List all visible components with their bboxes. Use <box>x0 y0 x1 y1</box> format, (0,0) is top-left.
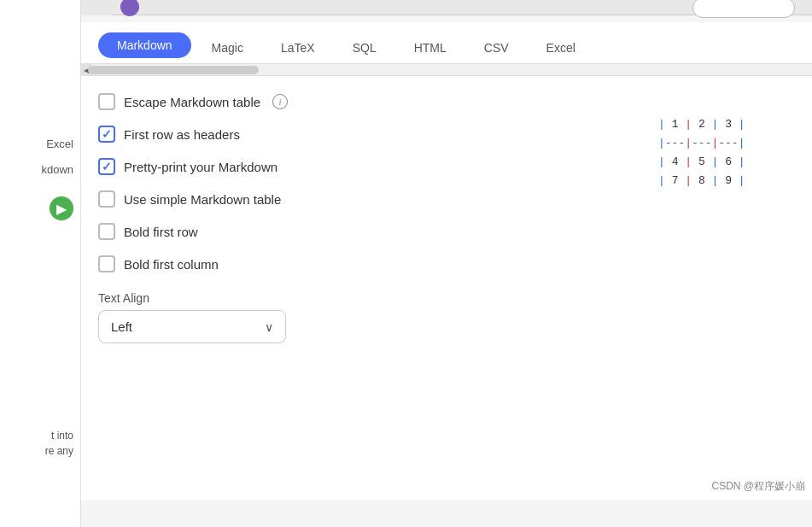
simple-table-row[interactable]: Use simple Markdown table <box>98 190 633 208</box>
watermark: CSDN @程序媛小崩 <box>711 479 805 494</box>
bold-first-column-row[interactable]: Bold first column <box>98 255 633 272</box>
escape-markdown-label: Escape Markdown table <box>124 95 260 109</box>
chevron-down-icon: ∨ <box>265 320 273 334</box>
info-icon[interactable]: i <box>272 94 288 109</box>
text-align-value: Left <box>111 319 132 334</box>
sidebar: Excel kdown ▶ t into re any <box>0 0 81 527</box>
top-bar <box>81 0 812 15</box>
first-row-headers-row[interactable]: First row as headers <box>98 126 633 143</box>
tab-latex[interactable]: LaTeX <box>264 34 332 61</box>
panel: Markdown Magic LaTeX SQL HTML CSV Excel … <box>81 22 812 501</box>
pretty-print-row[interactable]: Pretty-print your Markdown <box>98 158 633 175</box>
pretty-print-label: Pretty-print your Markdown <box>124 160 277 174</box>
text-align-dropdown[interactable]: Left ∨ <box>98 310 286 343</box>
text-align-label: Text Align <box>98 291 633 305</box>
tab-bar: Markdown Magic LaTeX SQL HTML CSV Excel <box>81 22 812 64</box>
scrollbar-row: ◀ <box>81 64 812 76</box>
escape-markdown-checkbox[interactable] <box>98 93 115 110</box>
tab-excel[interactable]: Excel <box>529 34 593 61</box>
panel-body: Escape Markdown table i First row as hea… <box>81 76 812 360</box>
scrollbar-thumb[interactable] <box>88 66 259 74</box>
sidebar-kdown-label: kdown <box>41 162 73 178</box>
bold-first-row-label: Bold first row <box>124 225 198 239</box>
options-column: Escape Markdown table i First row as hea… <box>98 93 633 343</box>
simple-table-label: Use simple Markdown table <box>124 192 281 207</box>
bold-first-column-checkbox[interactable] <box>98 255 115 272</box>
sidebar-green-button[interactable]: ▶ <box>50 196 73 220</box>
main-content: Markdown Magic LaTeX SQL HTML CSV Excel … <box>81 0 812 527</box>
bold-first-row-checkbox[interactable] <box>98 223 115 240</box>
preview-column: | 1 | 2 | 3 | |---|---|---| | 4 | 5 | 6 … <box>658 93 795 343</box>
tab-html[interactable]: HTML <box>397 34 464 61</box>
pretty-print-checkbox[interactable] <box>98 158 115 175</box>
preview-table: | 1 | 2 | 3 | |---|---|---| | 4 | 5 | 6 … <box>658 97 795 210</box>
tab-magic[interactable]: Magic <box>195 34 260 61</box>
bold-first-row-row[interactable]: Bold first row <box>98 223 633 240</box>
tab-csv[interactable]: CSV <box>467 34 526 61</box>
bold-first-column-label: Bold first column <box>124 257 219 272</box>
simple-table-checkbox[interactable] <box>98 190 115 208</box>
first-row-headers-label: First row as headers <box>124 127 240 142</box>
tab-sql[interactable]: SQL <box>336 34 394 61</box>
sidebar-excel-label: Excel <box>46 137 73 152</box>
text-align-section: Text Align Left ∨ <box>98 291 633 343</box>
escape-markdown-row[interactable]: Escape Markdown table i <box>98 93 633 110</box>
tab-markdown[interactable]: Markdown <box>98 32 191 58</box>
sidebar-bottom-text: t into re any <box>45 428 73 459</box>
first-row-headers-checkbox[interactable] <box>98 126 115 143</box>
